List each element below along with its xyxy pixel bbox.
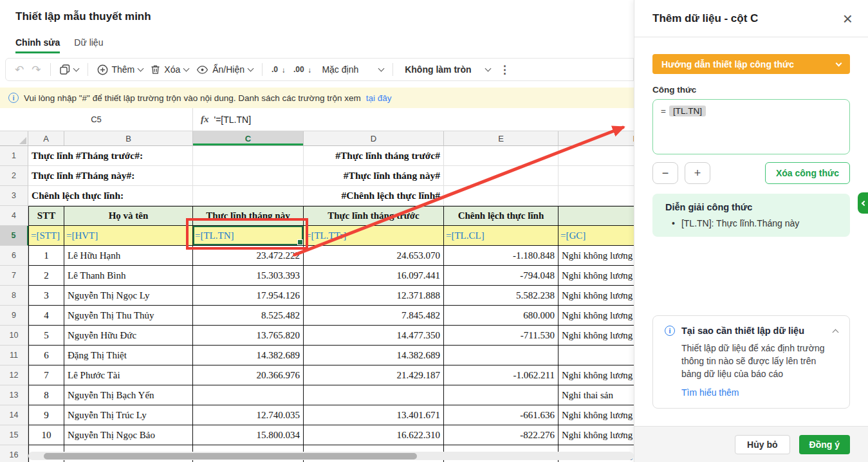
cell-F12[interactable]: Nghỉ không lương xyxy=(559,365,634,385)
cell-D4[interactable]: Thực lĩnh tháng trước xyxy=(304,206,444,226)
cell-name-box[interactable]: C5 xyxy=(0,108,193,131)
cell-D7[interactable]: 16.097.441 xyxy=(304,266,444,286)
cell-F1[interactable] xyxy=(559,146,634,166)
cell-B13[interactable]: Nguyễn Thị Bạch Yến xyxy=(64,385,193,405)
row-header-3[interactable]: 3 xyxy=(0,186,28,206)
row-header-11[interactable]: 11 xyxy=(0,346,28,365)
row-header-14[interactable]: 14 xyxy=(0,405,28,425)
formula-bar-input[interactable]: '=[TL.TN] xyxy=(214,115,252,125)
horizontal-scrollbar[interactable] xyxy=(28,452,634,460)
cell-C7[interactable]: 15.303.393 xyxy=(193,266,304,286)
cell-B15[interactable]: Nguyễn Thị Ngọc Bảo xyxy=(64,425,193,445)
cell-F7[interactable]: Nghỉ không lương xyxy=(559,266,634,286)
guide-button[interactable]: Hướng dẫn thiết lập công thức xyxy=(652,54,850,74)
select-all-corner[interactable] xyxy=(0,131,28,146)
cancel-button[interactable]: Hủy bỏ xyxy=(735,435,790,454)
cell-E1[interactable] xyxy=(444,146,559,166)
cell-E13[interactable] xyxy=(444,385,559,405)
row-header-10[interactable]: 10 xyxy=(0,326,28,346)
cell-E9[interactable]: 680.000 xyxy=(444,306,559,326)
cell-D1[interactable]: #Thực lĩnh tháng trước# xyxy=(304,146,444,166)
cell-D9[interactable]: 7.845.482 xyxy=(304,306,444,326)
cell-B5[interactable]: =[HVT] xyxy=(64,226,193,246)
cell-C12[interactable]: 20.366.976 xyxy=(193,365,304,385)
cell-F8[interactable]: Nghỉ không lương xyxy=(559,286,634,306)
column-header-F[interactable]: F xyxy=(559,131,634,146)
cell-F15[interactable]: Nghỉ không lương xyxy=(559,425,634,445)
cell-A1[interactable]: Thực lĩnh #Tháng trước#: xyxy=(28,146,64,166)
cell-A7[interactable]: 2 xyxy=(28,266,64,286)
cell-C13[interactable] xyxy=(193,385,304,405)
close-icon[interactable]: × xyxy=(843,10,853,27)
cell-F4[interactable] xyxy=(559,206,634,226)
cell-C14[interactable]: 12.740.035 xyxy=(193,405,304,425)
cell-B11[interactable]: Đặng Thị Thiệt xyxy=(64,346,193,365)
cell-F9[interactable]: Nghỉ không lương xyxy=(559,306,634,326)
more-options-button[interactable]: ⋮ xyxy=(498,63,512,77)
horizontal-scrollbar-thumb[interactable] xyxy=(44,453,417,459)
cell-F5[interactable]: =[GC] xyxy=(559,226,634,246)
decrease-decimal-button[interactable]: .0↓ xyxy=(272,65,286,74)
chevron-up-icon[interactable] xyxy=(833,329,839,335)
learn-more-link[interactable]: Tìm hiểu thêm xyxy=(681,387,739,398)
cell-C10[interactable]: 13.765.820 xyxy=(193,326,304,346)
cell-D12[interactable]: 21.429.187 xyxy=(304,365,444,385)
cell-A4[interactable]: STT xyxy=(28,206,64,226)
cell-A12[interactable]: 7 xyxy=(28,365,64,385)
cell-B9[interactable]: Nguyễn Thị Thu Thủy xyxy=(64,306,193,326)
cell-A5[interactable]: =[STT] xyxy=(28,226,64,246)
cell-C11[interactable]: 14.382.689 xyxy=(193,346,304,365)
row-header-1[interactable]: 1 xyxy=(0,146,28,166)
column-header-A[interactable]: A xyxy=(28,131,64,146)
cell-E12[interactable]: -1.062.211 xyxy=(444,365,559,385)
cell-E5[interactable]: =[TL.CL] xyxy=(444,226,559,246)
cell-C3[interactable] xyxy=(193,186,304,206)
row-header-9[interactable]: 9 xyxy=(0,306,28,326)
cell-A13[interactable]: 8 xyxy=(28,385,64,405)
cell-F2[interactable] xyxy=(559,166,634,186)
cell-F3[interactable] xyxy=(559,186,634,206)
rounding-dropdown[interactable]: Không làm tròn xyxy=(405,64,490,75)
row-header-12[interactable]: 12 xyxy=(0,365,28,385)
cell-E15[interactable]: -822.276 xyxy=(444,425,559,445)
cell-D13[interactable] xyxy=(304,385,444,405)
cell-D2[interactable]: #Thực lĩnh tháng này# xyxy=(304,166,444,186)
add-formula-button[interactable]: + xyxy=(685,162,710,184)
cell-D3[interactable]: #Chênh lệch thực lĩnh# xyxy=(304,186,444,206)
cell-C2[interactable] xyxy=(193,166,304,186)
cell-D15[interactable]: 16.622.310 xyxy=(304,425,444,445)
add-button[interactable]: Thêm xyxy=(97,64,143,75)
cell-F11[interactable] xyxy=(559,346,634,365)
cell-C6[interactable]: 23.472.222 xyxy=(193,246,304,266)
cell-D10[interactable]: 14.477.350 xyxy=(304,326,444,346)
row-header-6[interactable]: 6 xyxy=(0,246,28,266)
cell-D11[interactable]: 14.382.689 xyxy=(304,346,444,365)
formula-input[interactable]: =[TL.TN] xyxy=(652,99,850,154)
cell-B10[interactable]: Nguyễn Hữu Đức xyxy=(64,326,193,346)
cell-C8[interactable]: 17.954.126 xyxy=(193,286,304,306)
cell-E2[interactable] xyxy=(444,166,559,186)
cell-B6[interactable]: Lê Hữu Hạnh xyxy=(64,246,193,266)
cell-B12[interactable]: Lê Phước Tài xyxy=(64,365,193,385)
cell-F10[interactable]: Nghỉ không lương xyxy=(559,326,634,346)
row-header-16[interactable]: 16 xyxy=(0,445,28,462)
why-card-header[interactable]: i Tại sao cần thiết lập dữ liệu xyxy=(665,326,838,336)
cell-E14[interactable]: -661.636 xyxy=(444,405,559,425)
cell-F6[interactable]: Nghỉ không lương xyxy=(559,246,634,266)
tab-chinh-sua[interactable]: Chỉnh sửa xyxy=(15,37,60,53)
column-header-B[interactable]: B xyxy=(64,131,193,146)
row-header-7[interactable]: 7 xyxy=(0,266,28,286)
increase-decimal-button[interactable]: .00↓ xyxy=(293,65,312,74)
row-header-13[interactable]: 13 xyxy=(0,385,28,405)
cell-A11[interactable]: 6 xyxy=(28,346,64,365)
delete-button[interactable]: Xóa xyxy=(151,64,189,75)
row-header-2[interactable]: 2 xyxy=(0,166,28,186)
cell-A2[interactable]: Thực lĩnh #Tháng này#: xyxy=(28,166,64,186)
cell-D14[interactable]: 13.401.671 xyxy=(304,405,444,425)
row-header-4[interactable]: 4 xyxy=(0,206,28,226)
cell-B4[interactable]: Họ và tên xyxy=(64,206,193,226)
cell-A8[interactable]: 3 xyxy=(28,286,64,306)
delete-formula-button[interactable]: Xóa công thức xyxy=(765,162,850,184)
cell-D5[interactable]: =[TL.TTr] xyxy=(304,226,444,246)
cell-D8[interactable]: 12.371.888 xyxy=(304,286,444,306)
